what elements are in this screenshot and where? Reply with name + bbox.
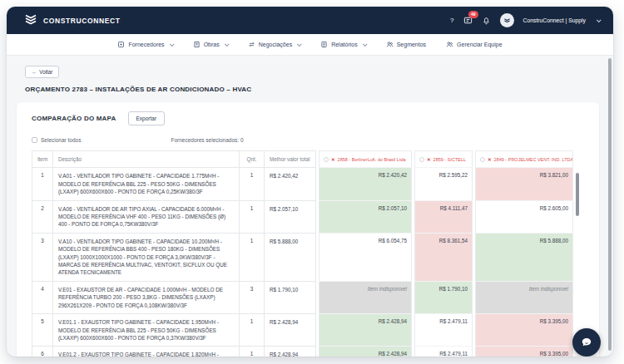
offer-cell: R$ 3.395,00: [475, 314, 573, 347]
comparison-card: COMPARAÇÃO DO MAPA Exportar Selecionar t…: [17, 102, 599, 357]
nav-item-label: Obras: [204, 42, 220, 47]
chat-bubble-icon: [580, 336, 593, 349]
offer-cell: Item indisponível: [319, 282, 412, 314]
offer-cell: R$ 2.420,42: [319, 168, 412, 200]
row-qty: 1: [240, 168, 265, 200]
selected-count: Fornecedores selecionados: 0: [171, 137, 243, 143]
nav-item-fornecedores[interactable]: Fornecedores: [117, 41, 172, 48]
offer-cell: R$ 2.057,10: [319, 201, 412, 234]
nav-item-relatorios[interactable]: Relatórios: [320, 41, 366, 48]
chevron-down-icon: [225, 42, 230, 47]
row-item-number: 6: [32, 347, 53, 357]
row-item-number: 3: [32, 234, 53, 282]
row-best-total: R$ 2.420,42: [265, 168, 316, 200]
comparison-table: ItemDescriçãoQnt.Melhor valor total✕2858…: [32, 150, 578, 357]
nav-item-label: Negociações: [259, 42, 292, 47]
offer-cell: R$ 2.479,11: [414, 314, 473, 347]
row-description: V.A06 - VENTILADOR DE AR TIPO AXIAL - CA…: [53, 201, 240, 234]
nav-item-obras[interactable]: Obras: [193, 41, 228, 48]
table-header-row: ItemDescriçãoQnt.Melhor valor total✕2858…: [32, 150, 578, 168]
offer-cell: Item indisponível: [475, 282, 573, 314]
chevron-down-icon: [363, 42, 368, 47]
nav-item-label: Segmentos: [397, 42, 426, 47]
supplier-checkbox[interactable]: [480, 157, 485, 162]
gerenciar-equipe-icon: [446, 41, 453, 48]
main-nav: FornecedoresObrasNegociaçõesRelatóriosSe…: [7, 34, 613, 56]
table-scrollbar[interactable]: [576, 173, 579, 216]
offer-cell: R$ 4.111,47: [414, 201, 473, 234]
chat-bubble-button[interactable]: [572, 328, 601, 357]
row-best-total: R$ 1.790,10: [265, 282, 316, 314]
row-item-number: 4: [32, 282, 53, 314]
back-label: Voltar: [39, 69, 52, 75]
messages-button[interactable]: 49: [463, 16, 473, 25]
row-qty: 1: [240, 347, 265, 357]
select-all-label: Selecionar todos: [41, 137, 81, 143]
browser-window: CONSTRUCONNECT ? 49 ConstruConnect | Sup…: [7, 7, 613, 357]
table-row: 3V.A10 - VENTILADOR TIPO GABINETE - CAPA…: [32, 234, 578, 282]
construconnect-logo-icon: [23, 12, 38, 29]
supplier-header-1: ✕2859 - SICTELL: [414, 150, 473, 168]
table-row: 2V.A06 - VENTILADOR DE AR TIPO AXIAL - C…: [32, 201, 578, 234]
remove-supplier-icon[interactable]: ✕: [427, 157, 431, 162]
segmentos-icon: [386, 41, 394, 48]
bell-icon: [482, 16, 491, 25]
offer-cell: R$ 8.361,54: [414, 234, 473, 282]
supplier-header-2: ✕2849 - PROJELMEC VENT. IND. LTDA.: [475, 150, 573, 168]
nav-item-label: Fornecedores: [128, 42, 164, 47]
row-qty: 1: [240, 234, 265, 282]
header-description: Descrição: [53, 150, 240, 168]
page-content: ← Voltar ORÇAMENTO 2783 – INSTALAÇÕES DE…: [7, 56, 613, 357]
obras-icon: [193, 41, 201, 48]
header-qty: Qnt.: [240, 150, 265, 168]
help-icon[interactable]: ?: [450, 17, 453, 24]
fornecedores-icon: [117, 41, 125, 48]
offer-cell: R$ 1.790,10: [414, 282, 473, 314]
nav-item-label: Gerenciar Equipe: [457, 42, 502, 47]
select-all[interactable]: Selecionar todos: [32, 137, 81, 143]
header-item: Item: [32, 150, 53, 168]
nav-item-negociacoes[interactable]: Negociações: [248, 41, 300, 48]
offer-cell: R$ 6.054,75: [319, 234, 412, 282]
offer-cell: R$ 2.479,11: [414, 347, 473, 357]
remove-supplier-icon[interactable]: ✕: [331, 157, 335, 162]
chevron-down-icon: [297, 42, 302, 47]
remove-supplier-icon[interactable]: ✕: [488, 157, 492, 162]
bell-button[interactable]: [482, 16, 491, 25]
brand-name: CONSTRUCONNECT: [43, 17, 120, 25]
page-title: ORÇAMENTO 2783 – INSTALAÇÕES DE AR CONDI…: [25, 86, 613, 93]
table-row: 5V.E01.1 - EXAUSTOR TIPO GABINETE - CAPA…: [32, 314, 578, 347]
table-row: 4V.E01 - EXAUSTOR DE AR - CAPACIDADE 1.0…: [32, 282, 578, 314]
account-menu[interactable]: ConstruConnect | Supply: [523, 17, 586, 23]
row-qty: 3: [240, 282, 265, 314]
row-item-number: 2: [32, 201, 53, 234]
row-description: V.A01 - VENTILADOR TIPO GABINETE - CAPAC…: [53, 168, 240, 200]
offer-cell: R$ 2.605,00: [475, 201, 573, 234]
row-qty: 1: [240, 314, 265, 347]
avatar[interactable]: [500, 13, 514, 27]
row-description: V.E01.2 - EXAUSTOR TIPO GABINETE - CAPAC…: [53, 347, 240, 357]
offer-cell: R$ 2.428,94: [319, 314, 412, 347]
row-best-total: R$ 2.057,10: [265, 201, 316, 234]
page-scrollbar[interactable]: [608, 58, 612, 351]
topbar: CONSTRUCONNECT ? 49 ConstruConnect | Sup…: [7, 7, 613, 34]
row-description: V.E01 - EXAUSTOR DE AR - CAPACIDADE 1.00…: [53, 282, 240, 314]
export-button[interactable]: Exportar: [128, 111, 166, 125]
nav-item-segmentos[interactable]: Segmentos: [386, 41, 426, 48]
row-description: V.A10 - VENTILADOR TIPO GABINETE - CAPAC…: [53, 234, 240, 282]
offer-cell: R$ 2.595,22: [414, 168, 473, 200]
supplier-checkbox[interactable]: [324, 157, 329, 162]
row-item-number: 1: [32, 168, 53, 200]
nav-item-label: Relatórios: [331, 42, 358, 47]
table-row: 6V.E01.2 - EXAUSTOR TIPO GABINETE - CAPA…: [32, 347, 578, 357]
brand: CONSTRUCONNECT: [23, 12, 120, 29]
supplier-name: 2849 - PROJELMEC VENT. IND. LTDA.: [494, 157, 573, 162]
row-best-total: R$ 5.888,00: [265, 234, 316, 282]
supplier-checkbox[interactable]: [419, 157, 424, 162]
chevron-down-icon: [597, 17, 602, 22]
nav-item-gerenciar-equipe[interactable]: Gerenciar Equipe: [446, 41, 502, 48]
select-all-checkbox[interactable]: [32, 137, 37, 143]
supplier-name: 2858 - BerlinerLuft. do Brasil Ltda: [338, 157, 406, 162]
back-button[interactable]: ← Voltar: [25, 66, 59, 78]
header-best-total: Melhor valor total: [265, 150, 316, 168]
